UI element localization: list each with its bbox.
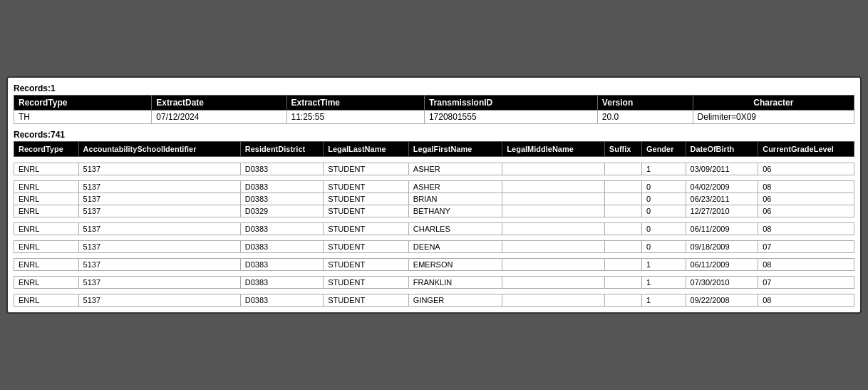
table-cell: BETHANY	[408, 205, 502, 217]
table-cell: ENRL	[14, 294, 79, 307]
table-cell: STUDENT	[324, 205, 409, 217]
table-cell	[604, 277, 641, 289]
table-cell: 0	[641, 205, 686, 217]
table-cell: D0383	[240, 181, 323, 193]
col-transmissionid-header: TransmissionID	[424, 96, 597, 111]
table-cell: 12/27/2010	[686, 205, 758, 217]
table-cell: 06/11/2009	[686, 259, 758, 271]
table-cell: D0383	[240, 241, 323, 253]
table-cell: 5137	[78, 277, 240, 289]
table-cell	[502, 193, 605, 205]
table-cell: 07	[758, 277, 854, 289]
table-cell: 1	[641, 277, 686, 289]
header-table: RecordType ExtractDate ExtractTime Trans…	[14, 95, 854, 124]
table-cell: 04/02/2009	[686, 181, 758, 193]
table-row: ENRL5137D0329STUDENTBETHANY012/27/201006	[14, 205, 854, 217]
table-cell: ENRL	[14, 205, 79, 217]
header-table-cell: 11:25:55	[286, 111, 424, 124]
data-table: RecordType AccountabilitySchoolIdentifie…	[14, 141, 854, 307]
table-cell: STUDENT	[324, 259, 409, 271]
header-table-cell: 07/12/2024	[152, 111, 286, 124]
table-cell	[502, 205, 605, 217]
table-cell	[604, 294, 641, 307]
table-cell	[502, 223, 605, 235]
table-cell: 09/22/2008	[686, 294, 758, 307]
table-cell: CHARLES	[408, 223, 502, 235]
table-cell	[604, 205, 641, 217]
table-cell: D0383	[240, 294, 323, 307]
table-row: ENRL5137D0383STUDENTFRANKLIN107/30/20100…	[14, 277, 854, 289]
table-cell: 1	[641, 294, 686, 307]
data-col-suffix-header: Suffix	[604, 142, 641, 157]
table-cell: 5137	[78, 294, 240, 307]
table-cell: STUDENT	[324, 277, 409, 289]
table-cell	[502, 294, 605, 307]
table-cell: D0329	[240, 205, 323, 217]
table-cell: 08	[758, 223, 854, 235]
table-cell: 03/09/2011	[686, 163, 758, 175]
table-row: ENRL5137D0383STUDENTASHER103/09/201106	[14, 163, 854, 175]
main-container: Records:1 RecordType ExtractDate Extract…	[6, 76, 862, 314]
table-cell: ASHER	[408, 163, 502, 175]
col-recordtype-header: RecordType	[14, 96, 152, 111]
table-row: ENRL5137D0383STUDENTASHER004/02/200908	[14, 181, 854, 193]
table-cell: EMERSON	[408, 259, 502, 271]
table-cell: 06/11/2009	[686, 223, 758, 235]
table-cell	[604, 181, 641, 193]
table-cell: 1	[641, 259, 686, 271]
table-cell: STUDENT	[324, 223, 409, 235]
table-cell: ENRL	[14, 241, 79, 253]
table-cell: ENRL	[14, 259, 79, 271]
table-cell: ENRL	[14, 193, 79, 205]
table-row: ENRL5137D0383STUDENTCHARLES006/11/200908	[14, 223, 854, 235]
table-cell: 5137	[78, 181, 240, 193]
table-cell: D0383	[240, 193, 323, 205]
table-cell: 0	[641, 223, 686, 235]
table-cell	[604, 259, 641, 271]
table-cell	[604, 193, 641, 205]
section2-records-label: Records:741	[14, 130, 854, 140]
section1-records-label: Records:1	[14, 83, 854, 93]
table-cell	[502, 181, 605, 193]
data-col-lastname-header: LegalLastName	[324, 142, 409, 157]
table-cell: GINGER	[408, 294, 502, 307]
table-cell: 08	[758, 181, 854, 193]
table-cell: DEENA	[408, 241, 502, 253]
table-cell: 08	[758, 259, 854, 271]
data-col-accountid-header: AccountabilitySchoolIdentifier	[78, 142, 240, 157]
table-row: ENRL5137D0383STUDENTGINGER109/22/200808	[14, 294, 854, 307]
data-col-gender-header: Gender	[641, 142, 686, 157]
header-table-cell: Delimiter=0X09	[693, 111, 854, 124]
col-character-header: Character	[693, 96, 854, 111]
table-cell: STUDENT	[324, 294, 409, 307]
table-cell: 07	[758, 241, 854, 253]
table-cell: ASHER	[408, 181, 502, 193]
table-cell: STUDENT	[324, 241, 409, 253]
table-cell	[502, 163, 605, 175]
header-table-cell: 20.0	[597, 111, 693, 124]
table-cell: 06	[758, 205, 854, 217]
table-row: ENRL5137D0383STUDENTDEENA009/18/200907	[14, 241, 854, 253]
table-cell	[502, 241, 605, 253]
table-cell: ENRL	[14, 163, 79, 175]
table-cell: D0383	[240, 259, 323, 271]
col-extracttime-header: ExtractTime	[286, 96, 424, 111]
data-col-gradelevel-header: CurrentGradeLevel	[758, 142, 854, 157]
table-cell: STUDENT	[324, 193, 409, 205]
data-col-recordtype-header: RecordType	[14, 142, 79, 157]
data-col-dob-header: DateOfBirth	[686, 142, 758, 157]
table-cell: D0383	[240, 277, 323, 289]
table-cell: ENRL	[14, 223, 79, 235]
table-cell: BRIAN	[408, 193, 502, 205]
table-cell: 5137	[78, 163, 240, 175]
data-col-firstname-header: LegalFirstName	[408, 142, 502, 157]
table-cell: 09/18/2009	[686, 241, 758, 253]
table-row: ENRL5137D0383STUDENTEMERSON106/11/200908	[14, 259, 854, 271]
table-cell: D0383	[240, 223, 323, 235]
table-cell: 0	[641, 181, 686, 193]
table-cell	[604, 163, 641, 175]
table-cell: STUDENT	[324, 163, 409, 175]
table-cell: 1	[641, 163, 686, 175]
table-cell: ENRL	[14, 277, 79, 289]
table-cell: FRANKLIN	[408, 277, 502, 289]
